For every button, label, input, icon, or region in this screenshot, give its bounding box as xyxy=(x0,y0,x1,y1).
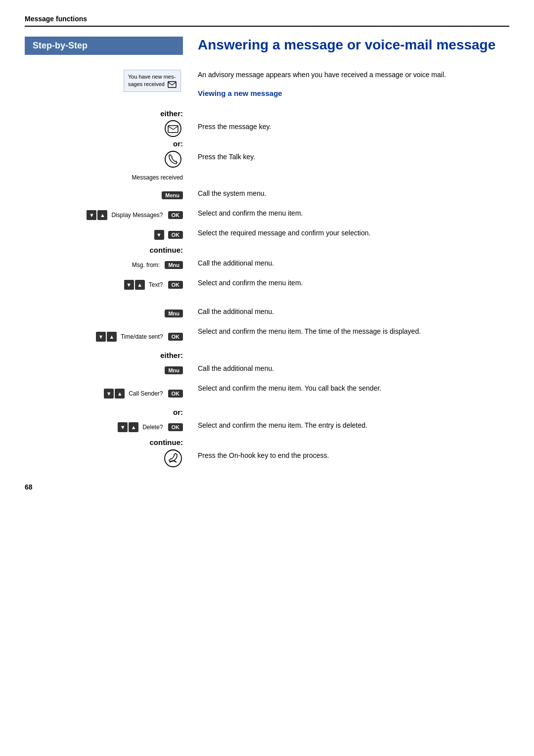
mnu-button-2[interactable]: Mnu xyxy=(165,310,183,317)
step-talk-key-text: Press the Talk key. xyxy=(198,152,255,162)
text-q-label: Text? xyxy=(149,281,163,288)
delete-label: Delete? xyxy=(142,424,163,431)
messages-received-label: Messages received xyxy=(132,174,183,181)
up-arrow-4[interactable]: ▲ xyxy=(115,389,125,399)
step-message-key: Press the message key. xyxy=(25,120,509,137)
onhook-icon xyxy=(163,448,183,468)
step-onhook-text: Press the On-hook key to end the process… xyxy=(198,450,329,461)
step-menu: Menu Call the system menu. xyxy=(25,186,509,204)
ok-button-1[interactable]: OK xyxy=(168,211,183,219)
step-mnu-3: Mnu Call the additional menu. xyxy=(25,361,509,379)
down-arrow-single[interactable]: ▼ xyxy=(154,230,164,240)
mnu-button-3[interactable]: Mnu xyxy=(165,366,183,374)
advisory-line2: sages received xyxy=(128,81,165,87)
mail-icon xyxy=(168,81,177,88)
messages-received-label-row: Messages received xyxy=(25,171,509,184)
step-message-key-text: Press the message key. xyxy=(198,122,271,132)
call-sender-label: Call Sender? xyxy=(129,390,163,397)
svg-point-3 xyxy=(165,151,181,167)
time-date-label: Time/date sent? xyxy=(121,333,163,340)
main-title: Answering a message or voice-mail messag… xyxy=(198,37,509,53)
ok-button-4[interactable]: OK xyxy=(168,333,183,341)
step-text-q-text: Select and confirm the menu item. xyxy=(198,278,303,288)
step-talk-key: Press the Talk key. xyxy=(25,150,509,169)
step-call-sender: ▼ ▲ Call Sender? OK Select and confirm t… xyxy=(25,381,509,406)
down-arrow-2[interactable]: ▼ xyxy=(124,280,134,290)
section-subtitle: Viewing a new message xyxy=(198,89,509,97)
nav-arrows-1[interactable]: ▼ ▲ xyxy=(87,210,107,220)
nav-arrows-5[interactable]: ▼ ▲ xyxy=(118,422,138,432)
display-messages-label: Display Messages? xyxy=(111,212,163,219)
intro-text: An advisory message appears when you hav… xyxy=(198,70,509,80)
step-select-message-text: Select the required message and confirm … xyxy=(198,228,370,238)
talk-key-icon xyxy=(163,150,183,169)
up-arrow-1[interactable]: ▲ xyxy=(97,210,107,220)
step-select-message: ▼ OK Select the required message and con… xyxy=(25,226,509,244)
down-arrow-4[interactable]: ▼ xyxy=(104,389,114,399)
step-text-q: ▼ ▲ Text? OK Select and confirm the menu… xyxy=(25,276,509,294)
advisory-box: You have new mes- sages received xyxy=(25,70,183,92)
step-delete-text: Select and confirm the menu item. The en… xyxy=(198,420,367,431)
keyword-either-2: either: xyxy=(25,351,509,359)
up-arrow-3[interactable]: ▲ xyxy=(107,332,117,342)
up-arrow-2[interactable]: ▲ xyxy=(135,280,145,290)
step-mnu-2-text: Call the additional menu. xyxy=(198,307,274,317)
menu-button-label[interactable]: Menu xyxy=(162,191,183,199)
step-by-step-header: Step-by-Step xyxy=(25,37,183,55)
mnu-button-1[interactable]: Mnu xyxy=(165,261,183,269)
msg-from-label: Msg. from: xyxy=(132,262,160,268)
keyword-or-2: or: xyxy=(25,408,509,416)
message-key-icon xyxy=(163,120,183,137)
svg-rect-2 xyxy=(168,126,178,133)
step-call-sender-text: Select and confirm the menu item. You ca… xyxy=(198,383,381,394)
keyword-continue-1: continue: xyxy=(25,246,509,254)
page-number: 68 xyxy=(25,483,33,491)
advisory-line1: You have new mes- xyxy=(128,74,176,80)
ok-button-6[interactable]: OK xyxy=(168,423,183,431)
step-time-date: ▼ ▲ Time/date sent? OK Select and confir… xyxy=(25,324,509,349)
keyword-continue-2: continue: xyxy=(25,438,509,446)
ok-button-5[interactable]: OK xyxy=(168,390,183,398)
nav-arrows-4[interactable]: ▼ ▲ xyxy=(104,389,125,399)
nav-arrows-3[interactable]: ▼ ▲ xyxy=(96,332,117,342)
down-arrow-5[interactable]: ▼ xyxy=(118,422,128,432)
ok-button-2[interactable]: OK xyxy=(168,231,183,239)
down-arrow-1[interactable]: ▼ xyxy=(87,210,96,220)
page-header: Message functions xyxy=(25,15,509,27)
step-mnu-3-text: Call the additional menu. xyxy=(198,363,274,374)
nav-arrows-2[interactable]: ▼ ▲ xyxy=(124,280,145,290)
header-title: Message functions xyxy=(25,15,87,23)
up-arrow-5[interactable]: ▲ xyxy=(129,422,138,432)
step-mnu-2: Mnu Call the additional menu. xyxy=(25,305,509,322)
svg-rect-0 xyxy=(168,82,176,88)
step-display-messages: ▼ ▲ Display Messages? OK Select and conf… xyxy=(25,206,509,224)
svg-point-1 xyxy=(165,121,181,136)
step-msg-from-text: Call the additional menu. xyxy=(198,258,274,268)
step-msg-from: Msg. from: Mnu Call the additional menu. xyxy=(25,256,509,274)
keyword-or-1: or: xyxy=(25,139,509,148)
step-menu-text: Call the system menu. xyxy=(198,188,267,199)
svg-point-4 xyxy=(165,450,181,467)
down-arrow-3[interactable]: ▼ xyxy=(96,332,106,342)
keyword-either-1: either: xyxy=(25,109,509,118)
ok-button-3[interactable]: OK xyxy=(168,281,183,289)
step-display-messages-text: Select and confirm the menu item. xyxy=(198,208,303,219)
step-onhook: Press the On-hook key to end the process… xyxy=(25,448,509,468)
step-time-date-text: Select and confirm the menu item. The ti… xyxy=(198,326,421,337)
step-delete: ▼ ▲ Delete? OK Select and confirm the me… xyxy=(25,418,509,436)
